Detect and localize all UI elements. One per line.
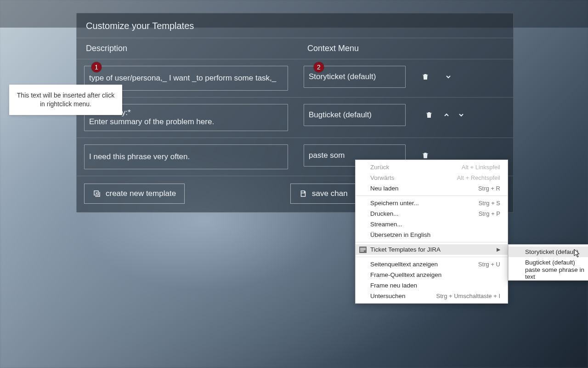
extension-icon: [359, 247, 367, 253]
move-down-button[interactable]: [443, 72, 453, 82]
ctx-separator: [356, 257, 508, 257]
ctx-shortcut: Strg + P: [479, 210, 500, 217]
ctx-label: Untersuchen: [370, 293, 406, 299]
ctx-frame-source[interactable]: Frame-Quelltext anzeigen: [356, 270, 508, 280]
ctx-stream[interactable]: Streamen...: [356, 219, 508, 230]
trash-icon: [421, 72, 430, 81]
template-row: 1 type of user/persona,_ I want _to perf…: [77, 59, 513, 98]
add-icon: [93, 190, 101, 198]
ctx-label: Vorwärts: [370, 174, 395, 181]
description-input[interactable]: I need this phrase very often.: [84, 144, 288, 169]
col-header-description: Description: [77, 38, 298, 59]
trash-icon: [421, 151, 430, 160]
ctx-separator: [356, 242, 508, 242]
ctx-reload[interactable]: Neu ladenStrg + R: [356, 183, 508, 194]
ctx-save-as[interactable]: Speichern unter...Strg + S: [356, 198, 508, 208]
submenu-item-paste-phrase[interactable]: paste some phrase in text: [509, 268, 588, 278]
move-up-button[interactable]: [441, 110, 452, 120]
ctx-frame-reload[interactable]: Frame neu laden: [356, 280, 508, 291]
save-label: save chan: [312, 189, 348, 198]
ctx-ticket-templates[interactable]: Ticket Templates for JIRA ▶: [356, 244, 508, 255]
save-changes-button[interactable]: save chan: [290, 184, 356, 204]
ctx-shortcut: Strg + Umschalttaste + I: [436, 293, 500, 299]
ctx-label: Zurück: [370, 164, 389, 171]
submenu-item-storyticket[interactable]: Storyticket (default): [509, 247, 588, 257]
ctx-shortcut: Strg + U: [478, 261, 500, 268]
delete-button[interactable]: [420, 72, 430, 82]
ctx-shortcut: Strg + R: [478, 185, 500, 192]
context-menu-name-input[interactable]: Bugticket (default): [304, 104, 406, 126]
ctx-label: Übersetzen in English: [370, 231, 430, 238]
chevron-down-icon: [445, 73, 452, 80]
badge-2: 2: [314, 62, 324, 72]
svg-rect-1: [360, 248, 366, 249]
row-actions: [424, 104, 466, 126]
template-row: *Summary:* Enter summary of the problem …: [77, 98, 513, 138]
ctx-translate[interactable]: Übersetzen in English: [356, 230, 508, 240]
delete-button[interactable]: [420, 150, 430, 161]
tooltip: This text will be inserted after click i…: [9, 85, 122, 115]
col-header-context: Context Menu: [298, 38, 513, 59]
ctx-label: Drucken...: [370, 210, 399, 217]
ctx-separator: [356, 196, 508, 196]
context-name-text: paste som: [309, 151, 345, 160]
column-headers: Description Context Menu: [77, 38, 513, 59]
ctx-label: Frame-Quelltext anzeigen: [370, 271, 441, 278]
ctx-label: Neu laden: [370, 185, 399, 192]
ctx-label: Frame neu laden: [370, 282, 417, 289]
save-icon: [299, 190, 307, 198]
create-template-button[interactable]: create new template: [84, 184, 185, 204]
chevron-up-icon: [443, 111, 450, 119]
svg-rect-3: [360, 251, 364, 252]
create-label: create new template: [106, 189, 176, 198]
context-menu: ZurückAlt + Linkspfeil VorwärtsAlt + Rec…: [355, 160, 508, 304]
ctx-forward: VorwärtsAlt + Rechtspfeil: [356, 172, 508, 183]
description-text: I need this phrase very often.: [89, 152, 283, 161]
context-name-text: Storyticket (default): [309, 72, 376, 81]
move-down-button[interactable]: [456, 110, 466, 120]
ctx-inspect[interactable]: UntersuchenStrg + Umschalttaste + I: [356, 291, 508, 301]
ctx-label: Streamen...: [370, 221, 402, 228]
description-line2: Enter summary of the problem here.: [89, 117, 283, 126]
ctx-shortcut: Alt + Rechtspfeil: [457, 174, 500, 181]
description-text: type of user/persona,_ I want _to perfor…: [89, 74, 283, 83]
context-submenu: Storyticket (default) Bugticket (default…: [508, 244, 588, 281]
ctx-back: ZurückAlt + Linkspfeil: [356, 162, 508, 172]
trash-icon: [425, 110, 433, 120]
ctx-label: Seitenquelltext anzeigen: [370, 261, 438, 268]
chevron-down-icon: [458, 111, 465, 119]
ctx-view-source[interactable]: Seitenquelltext anzeigenStrg + U: [356, 259, 508, 270]
row-actions: [420, 66, 453, 88]
badge-1: 1: [91, 62, 102, 72]
submenu-label: Storyticket (default): [525, 248, 578, 255]
ctx-label: Ticket Templates for JIRA: [370, 246, 441, 253]
ctx-print[interactable]: Drucken...Strg + P: [356, 208, 508, 219]
panel-title: Customize your Templates: [77, 13, 513, 38]
ctx-shortcut: Strg + S: [479, 200, 500, 207]
submenu-label: paste some phrase in text: [525, 266, 588, 280]
submenu-arrow-icon: ▶: [497, 247, 500, 253]
submenu-label: Bugticket (default): [525, 259, 575, 266]
ctx-shortcut: Alt + Linkspfeil: [462, 164, 500, 171]
ctx-label: Speichern unter...: [370, 200, 419, 207]
delete-button[interactable]: [424, 110, 434, 120]
context-name-text: Bugticket (default): [309, 110, 372, 120]
svg-rect-2: [360, 249, 366, 250]
